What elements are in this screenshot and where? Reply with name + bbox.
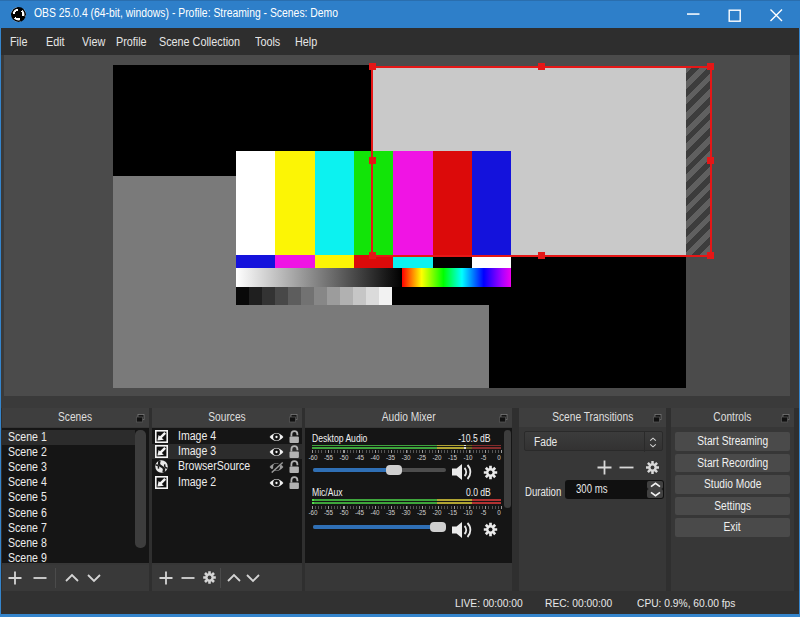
svg-text:-60: -60 xyxy=(308,454,318,461)
svg-text:-10: -10 xyxy=(463,509,473,516)
svg-text:-40: -40 xyxy=(370,509,380,516)
svg-text:-30: -30 xyxy=(401,509,411,516)
svg-text:-10: -10 xyxy=(463,454,473,461)
svg-text:-45: -45 xyxy=(355,454,365,461)
svg-text:-55: -55 xyxy=(324,509,334,516)
svg-text:-60: -60 xyxy=(308,509,318,516)
svg-text:-35: -35 xyxy=(386,509,396,516)
svg-text:0: 0 xyxy=(497,454,501,461)
svg-text:-20: -20 xyxy=(432,509,442,516)
svg-text:-5: -5 xyxy=(481,509,487,516)
svg-text:-30: -30 xyxy=(401,454,411,461)
svg-text:0: 0 xyxy=(497,509,501,516)
svg-text:-50: -50 xyxy=(339,509,349,516)
svg-text:-35: -35 xyxy=(386,454,396,461)
svg-text:-15: -15 xyxy=(448,509,458,516)
svg-text:-50: -50 xyxy=(339,454,349,461)
svg-text:-25: -25 xyxy=(417,509,427,516)
svg-text:-5: -5 xyxy=(481,454,487,461)
svg-text:-55: -55 xyxy=(324,454,334,461)
svg-text:-45: -45 xyxy=(355,509,365,516)
svg-text:-25: -25 xyxy=(417,454,427,461)
svg-text:-20: -20 xyxy=(432,454,442,461)
svg-text:-40: -40 xyxy=(370,454,380,461)
svg-text:-15: -15 xyxy=(448,454,458,461)
